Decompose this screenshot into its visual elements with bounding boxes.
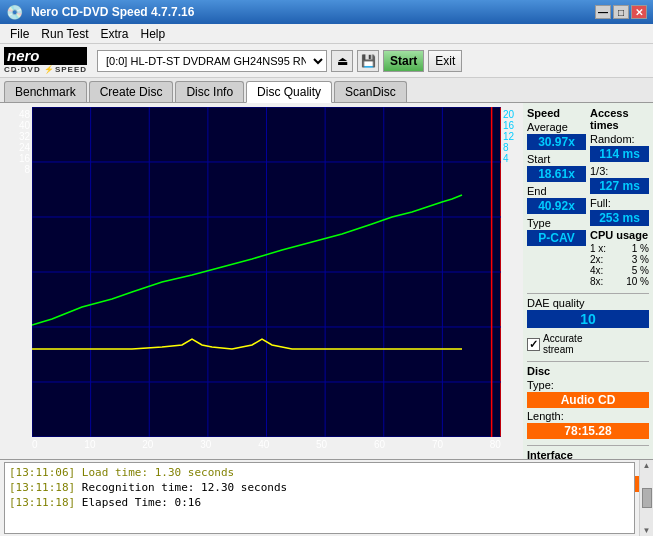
- 8x-value: 10 %: [626, 276, 649, 287]
- 1x-label: 1 x:: [590, 243, 606, 254]
- toolbar: nero CD·DVD ⚡SPEED [0:0] HL-DT-ST DVDRAM…: [0, 44, 653, 78]
- window-title: Nero CD-DVD Speed 4.7.7.16: [31, 5, 194, 19]
- main-content: 48 40 32 24 16 8 20 16 12 8 4 0 10 20 30…: [0, 103, 653, 459]
- nero-logo: nero: [4, 47, 87, 65]
- dae-section: DAE quality 10: [527, 293, 649, 328]
- speed-access-section: Speed Average 30.97x Start 18.61x End 40…: [527, 107, 649, 287]
- full-value: 253 ms: [590, 210, 649, 226]
- drive-select[interactable]: [0:0] HL-DT-ST DVDRAM GH24NS95 RN02: [97, 50, 327, 72]
- access-times-section: Access times Random: 114 ms 1/3: 127 ms …: [590, 107, 649, 287]
- interface-header: Interface: [527, 449, 649, 461]
- 2x-value: 3 %: [632, 254, 649, 265]
- exit-button[interactable]: Exit: [428, 50, 462, 72]
- menu-extra[interactable]: Extra: [94, 26, 134, 42]
- type-label: Type: [527, 217, 586, 229]
- dae-value: 10: [527, 310, 649, 328]
- random-value: 114 ms: [590, 146, 649, 162]
- start-button[interactable]: Start: [383, 50, 424, 72]
- eject-icon[interactable]: ⏏: [331, 50, 353, 72]
- average-label: Average: [527, 121, 586, 133]
- disc-length-label: Length:: [527, 410, 649, 422]
- tab-scandisc[interactable]: ScanDisc: [334, 81, 407, 102]
- scrollbar-down[interactable]: ▼: [643, 526, 651, 535]
- y-axis-right: 20 16 12 8 4: [503, 107, 523, 175]
- save-icon[interactable]: 💾: [357, 50, 379, 72]
- log-container: [13:11:06] Load time: 1.30 seconds [13:1…: [0, 459, 653, 536]
- accurate-stream-section: ✓ Accurate stream: [527, 333, 649, 355]
- menu-help[interactable]: Help: [135, 26, 172, 42]
- scrollbar-thumb[interactable]: [642, 488, 652, 508]
- end-label: End: [527, 185, 586, 197]
- accurate-stream-checkbox[interactable]: ✓: [527, 338, 540, 351]
- one-third-value: 127 ms: [590, 178, 649, 194]
- right-panel: Speed Average 30.97x Start 18.61x End 40…: [523, 103, 653, 459]
- log-scrollbar[interactable]: ▲ ▼: [639, 460, 653, 536]
- end-value: 40.92x: [527, 198, 586, 214]
- start-label: Start: [527, 153, 586, 165]
- chart-wrapper: 48 40 32 24 16 8 20 16 12 8 4 0 10 20 30…: [4, 107, 523, 455]
- type-value: P-CAV: [527, 230, 586, 246]
- tab-create-disc[interactable]: Create Disc: [89, 81, 174, 102]
- average-value: 30.97x: [527, 134, 586, 150]
- tab-disc-info[interactable]: Disc Info: [175, 81, 244, 102]
- log-entry-2: [13:11:18] Recognition time: 12.30 secon…: [9, 480, 630, 495]
- minimize-button[interactable]: —: [595, 5, 611, 19]
- access-times-header: Access times: [590, 107, 649, 131]
- menu-bar: File Run Test Extra Help: [0, 24, 653, 44]
- log-entry-1: [13:11:06] Load time: 1.30 seconds: [9, 465, 630, 480]
- log-area[interactable]: [13:11:06] Load time: 1.30 seconds [13:1…: [4, 462, 635, 534]
- disc-length-value: 78:15.28: [527, 423, 649, 439]
- y-axis-left: 48 40 32 24 16 8: [4, 107, 30, 186]
- disc-type-label: Type:: [527, 379, 649, 391]
- 4x-value: 5 %: [632, 265, 649, 276]
- 4x-label: 4x:: [590, 265, 603, 276]
- disc-type-value: Audio CD: [527, 392, 649, 408]
- tab-bar: Benchmark Create Disc Disc Info Disc Qua…: [0, 78, 653, 103]
- title-bar: 💿 Nero CD-DVD Speed 4.7.7.16 — □ ✕: [0, 0, 653, 24]
- one-third-label: 1/3:: [590, 165, 649, 177]
- menu-run-test[interactable]: Run Test: [35, 26, 94, 42]
- cpu-usage-section: CPU usage 1 x: 1 % 2x: 3 % 4x: 5 % 8x:: [590, 229, 649, 287]
- cpu-usage-header: CPU usage: [590, 229, 649, 241]
- close-button[interactable]: ✕: [631, 5, 647, 19]
- menu-file[interactable]: File: [4, 26, 35, 42]
- x-axis-labels: 0 10 20 30 40 50 60 70 80: [32, 439, 501, 450]
- log-entry-3: [13:11:18] Elapsed Time: 0:16: [9, 495, 630, 510]
- speed-header: Speed: [527, 107, 586, 119]
- 2x-label: 2x:: [590, 254, 603, 265]
- tab-benchmark[interactable]: Benchmark: [4, 81, 87, 102]
- speed-section: Speed Average 30.97x Start 18.61x End 40…: [527, 107, 586, 287]
- maximize-button[interactable]: □: [613, 5, 629, 19]
- tab-disc-quality[interactable]: Disc Quality: [246, 81, 332, 103]
- app-subtitle: CD·DVD ⚡SPEED: [4, 65, 87, 74]
- disc-header: Disc: [527, 365, 649, 377]
- accurate-stream-label: Accurate stream: [543, 333, 582, 355]
- 1x-value: 1 %: [632, 243, 649, 254]
- 8x-label: 8x:: [590, 276, 603, 287]
- full-label: Full:: [590, 197, 649, 209]
- dae-label: DAE quality: [527, 297, 649, 309]
- disc-section: Disc Type: Audio CD Length: 78:15.28: [527, 361, 649, 439]
- start-value: 18.61x: [527, 166, 586, 182]
- scrollbar-up[interactable]: ▲: [643, 461, 651, 470]
- chart-svg: [32, 107, 501, 437]
- random-label: Random:: [590, 133, 649, 145]
- window-controls: — □ ✕: [595, 5, 647, 19]
